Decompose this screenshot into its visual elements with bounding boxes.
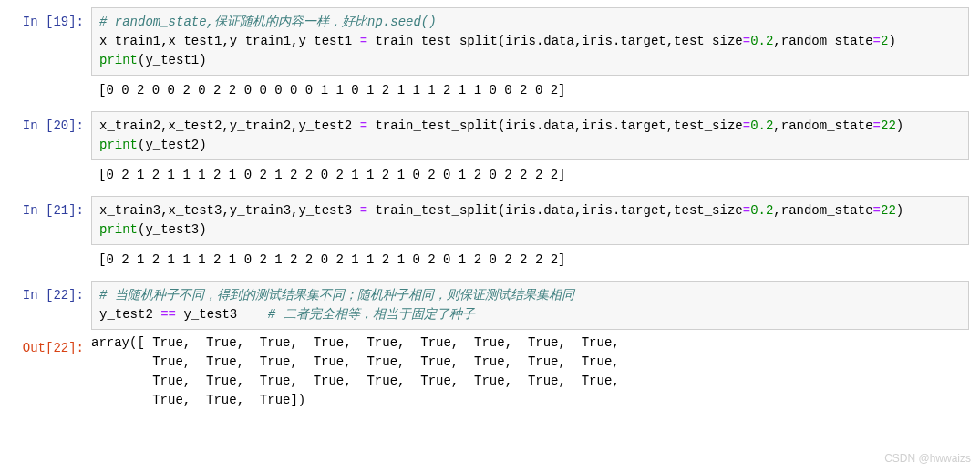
code-line: print(y_test1) <box>99 53 207 67</box>
in-prompt: In [21]: <box>11 196 91 277</box>
cell-22-out: Out[22]: array([ True, True, True, True,… <box>11 333 969 410</box>
cell-body: x_train2,x_test2,y_train2,y_test2 = trai… <box>91 111 969 192</box>
in-prompt: In [20]: <box>11 111 91 192</box>
code-line: x_train1,x_test1,y_train1,y_test1 = trai… <box>99 34 896 48</box>
result-output: array([ True, True, True, True, True, Tr… <box>91 333 969 410</box>
out-prompt: Out[22]: <box>11 333 91 410</box>
stdout-output: [0 2 1 2 1 1 1 2 1 0 2 1 2 2 0 2 1 1 2 1… <box>91 160 969 192</box>
code-input[interactable]: x_train2,x_test2,y_train2,y_test2 = trai… <box>91 111 969 160</box>
code-line: print(y_test3) <box>99 222 207 237</box>
code-input[interactable]: # 当随机种子不同，得到的测试结果集不同；随机种子相同，则保证测试结果集相同 y… <box>91 281 969 330</box>
code-input[interactable]: # random_state,保证随机的内容一样，好比np.seed() x_t… <box>91 7 969 76</box>
code-line: y_test2 == y_test3 # 二者完全相等，相当于固定了种子 <box>99 307 475 322</box>
code-line: print(y_test2) <box>99 138 207 152</box>
comment: # 当随机种子不同，得到的测试结果集不同；随机种子相同，则保证测试结果集相同 <box>99 288 574 303</box>
cell-body: # random_state,保证随机的内容一样，好比np.seed() x_t… <box>91 7 969 108</box>
code-line: x_train2,x_test2,y_train2,y_test2 = trai… <box>99 118 903 133</box>
in-prompt: In [22]: <box>11 281 91 330</box>
cell-body: x_train3,x_test3,y_train3,y_test3 = trai… <box>91 196 969 277</box>
code-line: x_train3,x_test3,y_train3,y_test3 = trai… <box>99 203 903 218</box>
stdout-output: [0 2 1 2 1 1 1 2 1 0 2 1 2 2 0 2 1 1 2 1… <box>91 245 969 277</box>
stdout-output: [0 0 2 0 0 2 0 2 2 0 0 0 0 0 1 1 0 1 2 1… <box>91 76 969 108</box>
cell-body: # 当随机种子不同，得到的测试结果集不同；随机种子相同，则保证测试结果集相同 y… <box>91 281 969 330</box>
comment: # random_state,保证随机的内容一样，好比np.seed() <box>99 15 437 29</box>
code-input[interactable]: x_train3,x_test3,y_train3,y_test3 = trai… <box>91 196 969 245</box>
cell-20: In [20]: x_train2,x_test2,y_train2,y_tes… <box>11 111 969 192</box>
cell-22-in: In [22]: # 当随机种子不同，得到的测试结果集不同；随机种子相同，则保证… <box>11 281 969 330</box>
cell-body: array([ True, True, True, True, True, Tr… <box>91 333 969 410</box>
in-prompt: In [19]: <box>11 7 91 108</box>
cell-21: In [21]: x_train3,x_test3,y_train3,y_tes… <box>11 196 969 277</box>
cell-19: In [19]: # random_state,保证随机的内容一样，好比np.s… <box>11 7 969 108</box>
